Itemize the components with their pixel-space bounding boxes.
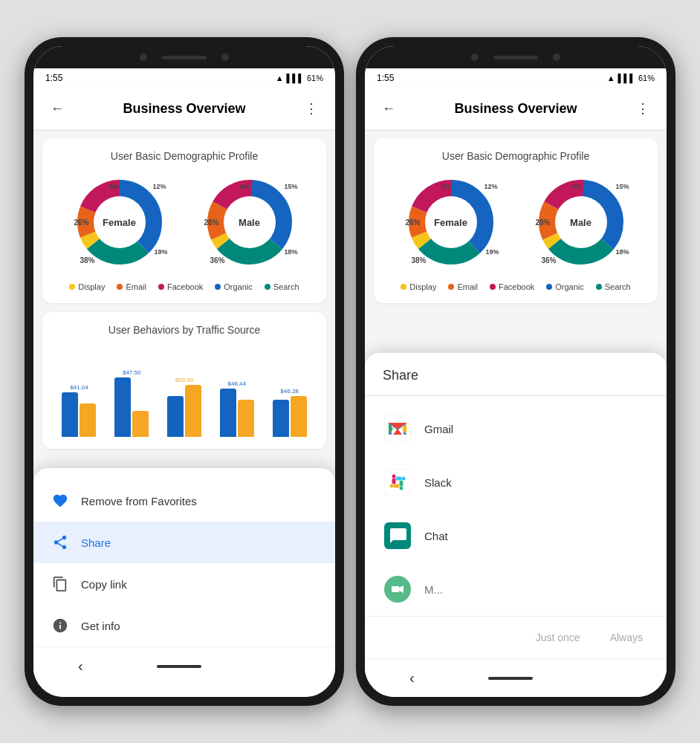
svg-point-29 bbox=[400, 487, 404, 490]
phone-nav-left: ‹ bbox=[33, 646, 335, 685]
right-legend-facebook: Facebook bbox=[490, 282, 534, 291]
signal-icon: ▌▌▌ bbox=[287, 74, 304, 82]
meet-label: M... bbox=[424, 583, 443, 596]
wifi-icon: ▲ bbox=[276, 74, 284, 82]
right-speaker bbox=[493, 56, 538, 59]
female-label: Female bbox=[103, 217, 136, 228]
female-pct-blue: 38% bbox=[80, 256, 95, 265]
share-footer: Just once Always bbox=[365, 616, 667, 658]
r-male-pct-blue: 36% bbox=[542, 256, 557, 265]
legend-display: Display bbox=[69, 282, 105, 291]
demographic-card: User Basic Demographic Profile bbox=[42, 138, 326, 303]
right-charts-row: Female 26% 5% 12% 19% 38% bbox=[386, 174, 646, 270]
bar-group-1 bbox=[62, 392, 96, 437]
bar-3b bbox=[185, 385, 201, 437]
bar-label-1: $41.04 bbox=[70, 384, 88, 391]
right-wifi-icon: ▲ bbox=[607, 74, 615, 82]
bar-col-2: $47.50 bbox=[114, 369, 149, 437]
r-organic-dot bbox=[546, 284, 552, 290]
meet-item[interactable]: M... bbox=[365, 562, 667, 616]
bar-5b bbox=[291, 396, 307, 437]
remove-favorites-label: Remove from Favorites bbox=[81, 495, 197, 507]
r-male-pct-display: 4% bbox=[571, 183, 581, 190]
speaker bbox=[162, 56, 207, 59]
share-divider bbox=[365, 395, 667, 396]
bar-col-5: $46.28 bbox=[273, 388, 307, 437]
phone-nav-right: ‹ bbox=[365, 658, 667, 697]
r-facebook-dot bbox=[490, 284, 496, 290]
right-chart-legend: Display Email Facebook Organic bbox=[386, 282, 646, 291]
menu-button[interactable]: ⋮ bbox=[299, 97, 323, 120]
time: 1:55 bbox=[45, 73, 62, 83]
right-demographic-card: User Basic Demographic Profile bbox=[374, 138, 658, 303]
svg-rect-32 bbox=[394, 484, 400, 488]
right-signal-icon: ▌▌▌ bbox=[618, 74, 635, 82]
back-nav-left[interactable]: ‹ bbox=[63, 655, 98, 678]
gmail-item[interactable]: Gmail bbox=[365, 402, 667, 455]
right-legend-email: Email bbox=[448, 282, 478, 291]
r-female-pct-fb: 19% bbox=[485, 248, 499, 256]
back-nav-right[interactable]: ‹ bbox=[395, 666, 430, 690]
share-item[interactable]: Share bbox=[33, 522, 335, 563]
status-right: ▲ ▌▌▌ 61% bbox=[276, 74, 323, 82]
right-back-button[interactable]: ← bbox=[377, 97, 401, 120]
bar-3a bbox=[167, 396, 184, 437]
slack-item[interactable]: Slack bbox=[365, 455, 667, 509]
copy-icon bbox=[51, 575, 69, 593]
right-status-right: ▲ ▌▌▌ 61% bbox=[607, 74, 655, 82]
svg-point-31 bbox=[390, 484, 394, 488]
chat-icon bbox=[383, 521, 412, 551]
svg-rect-30 bbox=[400, 481, 404, 487]
right-phone: 1:55 ▲ ▌▌▌ 61% ← Business Overview ⋮ Use… bbox=[356, 37, 675, 706]
right-app-bar: ← Business Overview ⋮ bbox=[365, 88, 667, 129]
male-pct-display: 4% bbox=[240, 183, 250, 190]
chat-item[interactable]: Chat bbox=[365, 509, 667, 562]
female-pct-email: 12% bbox=[152, 183, 166, 190]
right-menu-button[interactable]: ⋮ bbox=[631, 97, 655, 120]
demographic-title: User Basic Demographic Profile bbox=[54, 150, 314, 162]
copy-link-label: Copy link bbox=[81, 578, 127, 591]
just-once-button[interactable]: Just once bbox=[524, 626, 592, 649]
legend-email: Email bbox=[117, 282, 146, 291]
male-pct-email: 15% bbox=[284, 183, 297, 190]
copy-link-item[interactable]: Copy link bbox=[33, 563, 335, 605]
left-phone: 1:55 ▲ ▌▌▌ 61% ← Business Overview ⋮ Use… bbox=[25, 37, 344, 706]
svg-rect-26 bbox=[384, 469, 411, 496]
r-email-dot bbox=[448, 284, 454, 290]
female-pct-display: 5% bbox=[110, 183, 120, 190]
right-legend-display: Display bbox=[401, 282, 436, 291]
back-button[interactable]: ← bbox=[45, 97, 69, 120]
bar-label-5: $46.28 bbox=[280, 388, 298, 395]
legend-organic: Organic bbox=[215, 282, 253, 291]
bar-5a bbox=[273, 400, 289, 437]
right-status-bar: 1:55 ▲ ▌▌▌ 61% bbox=[365, 68, 667, 88]
right-time: 1:55 bbox=[377, 73, 394, 83]
always-button[interactable]: Always bbox=[598, 626, 655, 649]
page-title: Business Overview bbox=[123, 101, 245, 117]
bar-col-3: $59.96 bbox=[167, 377, 201, 437]
get-info-label: Get info bbox=[81, 620, 120, 632]
r-male-pct-organic: 28% bbox=[536, 218, 551, 227]
heart-icon bbox=[51, 492, 69, 510]
facebook-dot bbox=[158, 284, 164, 290]
bar-group-3 bbox=[167, 385, 201, 437]
remove-favorites-item[interactable]: Remove from Favorites bbox=[33, 480, 335, 522]
bar-chart: $41.04 $47.50 bbox=[54, 348, 314, 437]
email-dot bbox=[117, 284, 123, 290]
phones-container: 1:55 ▲ ▌▌▌ 61% ← Business Overview ⋮ Use… bbox=[25, 37, 675, 706]
charts-row: Female 26% 5% 12% 19% 38% bbox=[54, 174, 314, 270]
r-male-pct-email: 15% bbox=[615, 183, 629, 190]
meet-icon bbox=[383, 574, 412, 604]
svg-rect-28 bbox=[392, 478, 396, 484]
right-legend-organic: Organic bbox=[546, 282, 584, 291]
svg-point-33 bbox=[402, 477, 406, 481]
top-camera-bar bbox=[33, 46, 335, 68]
right-camera-dot-left bbox=[471, 53, 479, 61]
get-info-item[interactable]: Get info bbox=[33, 605, 335, 646]
bar-2b bbox=[132, 411, 149, 437]
home-indicator-left bbox=[157, 665, 201, 668]
context-menu-sheet: Remove from Favorites Share bbox=[33, 468, 335, 697]
bar-1a bbox=[62, 392, 78, 437]
bar-2a bbox=[114, 377, 131, 437]
right-page-title: Business Overview bbox=[454, 101, 577, 117]
